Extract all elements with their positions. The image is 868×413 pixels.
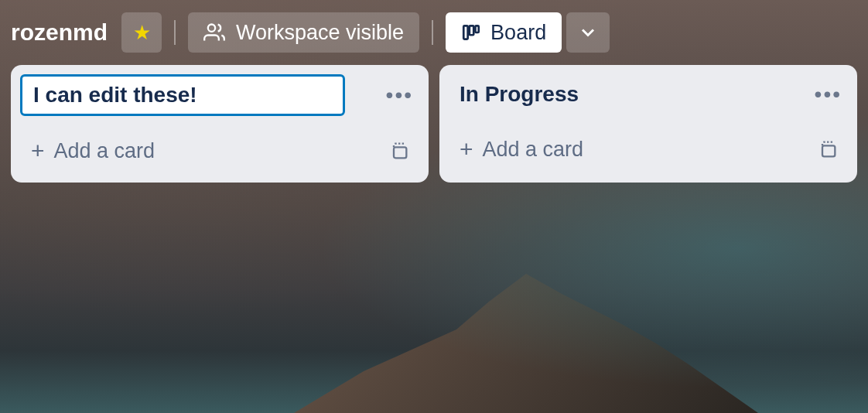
plus-icon: + xyxy=(31,138,45,164)
template-icon xyxy=(388,140,410,162)
star-icon: ★ xyxy=(133,21,151,45)
ellipsis-icon: ••• xyxy=(815,82,842,106)
add-card-label: Add a card xyxy=(54,139,155,163)
board-content: ••• + Add a card In Progress ••• xyxy=(0,65,868,183)
divider xyxy=(174,20,176,45)
visibility-label: Workspace visible xyxy=(236,21,404,45)
board-icon xyxy=(461,22,481,43)
star-button[interactable]: ★ xyxy=(121,12,162,53)
list: ••• + Add a card xyxy=(11,65,429,183)
svg-rect-3 xyxy=(476,26,479,32)
divider xyxy=(432,20,433,45)
people-icon xyxy=(203,22,225,43)
template-icon xyxy=(817,138,839,160)
template-button[interactable] xyxy=(385,137,413,165)
add-card-label: Add a card xyxy=(483,138,584,162)
add-card-row: + Add a card xyxy=(20,128,419,173)
chevron-down-icon xyxy=(577,22,599,43)
add-card-button[interactable]: + Add a card xyxy=(26,135,159,167)
board-name[interactable]: rozenmd xyxy=(11,19,108,46)
svg-point-0 xyxy=(208,25,215,32)
board-view-label: Board xyxy=(490,21,546,45)
ellipsis-icon: ••• xyxy=(386,83,413,107)
list-menu-button[interactable]: ••• xyxy=(380,84,419,107)
visibility-button[interactable]: Workspace visible xyxy=(188,12,419,53)
template-button[interactable] xyxy=(814,135,842,163)
board-view-button[interactable]: Board xyxy=(446,12,562,53)
view-switcher-button[interactable] xyxy=(566,12,610,53)
board-header: rozenmd ★ Workspace visible Board xyxy=(0,0,868,65)
svg-rect-5 xyxy=(822,145,835,156)
list-title[interactable]: In Progress xyxy=(449,74,589,114)
list: In Progress ••• + Add a card xyxy=(439,65,857,183)
plus-icon: + xyxy=(460,136,473,162)
list-title-input[interactable] xyxy=(20,74,345,116)
list-header: In Progress ••• xyxy=(449,74,848,114)
add-card-row: + Add a card xyxy=(449,127,848,172)
add-card-button[interactable]: + Add a card xyxy=(455,133,588,166)
list-header: ••• xyxy=(20,74,419,116)
svg-rect-1 xyxy=(463,26,467,39)
svg-rect-2 xyxy=(470,26,473,35)
list-menu-button[interactable]: ••• xyxy=(808,83,848,106)
svg-rect-4 xyxy=(394,147,406,158)
